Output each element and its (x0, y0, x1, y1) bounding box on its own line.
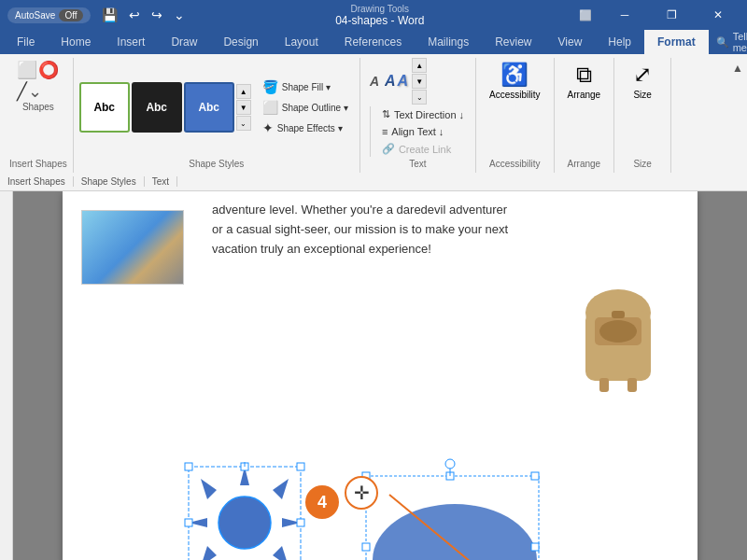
ellipse-container[interactable]: 4 ✛ (361, 457, 548, 560)
redo-icon[interactable]: ↪ (148, 6, 166, 24)
wordart-btn-A2[interactable]: A (385, 73, 396, 90)
step-badge: 4 (305, 485, 339, 519)
arrange-button[interactable]: ⧉ Arrange (560, 58, 609, 104)
svg-rect-34 (362, 543, 370, 551)
tab-home[interactable]: Home (48, 30, 104, 54)
svg-rect-6 (612, 311, 625, 318)
tab-mailings[interactable]: Mailings (415, 30, 482, 54)
wordart-row1: A A A ▲ ▼ ⌄ (366, 58, 470, 105)
undo-icon[interactable]: ↩ (125, 6, 144, 24)
wordart-scroll-more[interactable]: ⌄ (412, 90, 427, 105)
wordart-scroll-down[interactable]: ▼ (412, 74, 427, 89)
tell-me-label[interactable]: Tell me (733, 31, 747, 53)
tab-insert[interactable]: Insert (104, 30, 158, 54)
wordart-separator-label: Text (152, 176, 177, 187)
shape-effects-btn[interactable]: ✦ Shape Effects ▾ (257, 119, 354, 137)
minimize-button[interactable]: ─ (603, 0, 646, 30)
backpack-image (567, 285, 669, 397)
tab-file[interactable]: File (4, 30, 48, 54)
tab-help[interactable]: Help (595, 30, 644, 54)
sun-shape (184, 462, 305, 560)
svg-rect-35 (531, 543, 539, 551)
text-direction-btn[interactable]: ⇅ Text Direction ↓ (376, 106, 470, 122)
sun-shape-container[interactable]: ⊡ (184, 462, 305, 560)
svg-marker-15 (201, 546, 217, 560)
svg-rect-17 (185, 463, 192, 470)
tab-design[interactable]: Design (210, 30, 271, 54)
wordart-styles-col: A A A ▲ ▼ ⌄ ⇅ (366, 58, 470, 157)
collapse-icon: ▲ (732, 62, 743, 75)
shape-style-3[interactable]: Abc (184, 82, 234, 133)
accessibility-label: Accessibility (489, 90, 540, 100)
window-controls: ⬜ ─ ❐ ✕ (571, 0, 740, 30)
accessibility-icon: ♿ (500, 62, 529, 88)
svg-rect-21 (297, 519, 304, 526)
step-number: 4 (317, 493, 327, 512)
shape-styles-label: Shape Styles (189, 157, 244, 169)
wordart-scroll-up[interactable]: ▲ (412, 58, 427, 73)
ribbon-display-options[interactable]: ⬜ (571, 6, 599, 25)
title-bar-left: AutoSave Off 💾 ↩ ↪ ⌄ (7, 6, 189, 24)
tab-view[interactable]: View (545, 30, 596, 54)
search-icon[interactable]: 🔍 (716, 36, 729, 49)
svg-marker-13 (201, 479, 217, 499)
move-cursor-indicator: ✛ (345, 476, 378, 510)
more-icon[interactable]: ⌄ (170, 6, 189, 24)
svg-rect-19 (297, 463, 304, 470)
wordart-btn-A3[interactable]: A (398, 73, 409, 90)
tab-references[interactable]: References (331, 30, 415, 54)
document-area: adventure level. Whether you're a darede… (0, 191, 747, 560)
tab-format[interactable]: Format (644, 30, 709, 54)
align-text-icon: ≡ (382, 126, 388, 137)
tab-draw[interactable]: Draw (158, 30, 210, 54)
ribbon-content: ⬜ ⭕ ╱ ⌄ Shapes Insert Shapes Abc Abc Abc… (0, 54, 747, 173)
save-icon[interactable]: 💾 (98, 6, 121, 24)
wordart-text-group: A A A ▲ ▼ ⌄ ⇅ (360, 58, 476, 173)
scroll-up-btn[interactable]: ▲ (236, 84, 251, 99)
size-icon: ⤢ (633, 62, 652, 88)
accessibility-button[interactable]: ♿ Accessibility (482, 58, 547, 104)
shapes-button[interactable]: ⬜ ⭕ ╱ ⌄ Shapes (13, 58, 63, 114)
shape-style-1[interactable]: Abc (79, 82, 130, 133)
autosave-toggle[interactable]: AutoSave Off (7, 7, 91, 23)
ruler-left (0, 191, 13, 560)
document-text-area: adventure level. Whether you're a darede… (193, 201, 698, 259)
shapes-label: Shapes (22, 102, 54, 112)
size-group: ⤢ Size Size (614, 58, 671, 173)
accessibility-items: ♿ Accessibility (482, 58, 547, 157)
ribbon-separator: Insert Shapes Shape Styles Text (0, 173, 747, 191)
shape-style-2[interactable]: Abc (132, 82, 182, 133)
line-icon: ╱ (17, 81, 27, 102)
scroll-down-btn[interactable]: ▼ (236, 100, 251, 115)
shape-fill-btn[interactable]: 🪣 Shape Fill ▾ (257, 77, 354, 96)
restore-button[interactable]: ❐ (650, 0, 693, 30)
svg-rect-4 (599, 378, 609, 392)
text-controls: ⇅ Text Direction ↓ ≡ Align Text ↓ 🔗 Crea… (370, 106, 470, 157)
effects-icon: ✦ (262, 120, 274, 135)
close-button[interactable]: ✕ (697, 0, 740, 30)
tab-layout[interactable]: Layout (272, 30, 331, 54)
wordart-btn-A[interactable]: A (366, 72, 383, 91)
align-text-label: Align Text ↓ (391, 126, 444, 137)
shapes-icon: ⬜ (17, 60, 37, 80)
arrange-icon: ⧉ (576, 62, 592, 88)
link-icon: 🔗 (382, 143, 395, 155)
scroll-more-btn[interactable]: ⌄ (236, 116, 251, 131)
shape-outline-btn[interactable]: ⬜ Shape Outline ▾ (257, 98, 354, 117)
drawing-tools-label: Drawing Tools (350, 4, 409, 14)
svg-marker-16 (273, 546, 289, 560)
insert-shapes-separator-label: Insert Shapes (7, 176, 74, 187)
document-scroll[interactable]: adventure level. Whether you're a darede… (13, 191, 747, 560)
autosave-label: AutoSave (15, 10, 55, 21)
svg-point-8 (218, 497, 271, 549)
svg-point-28 (373, 504, 537, 560)
align-text-btn[interactable]: ≡ Align Text ↓ (376, 124, 470, 139)
insert-shapes-label: Insert Shapes (9, 157, 67, 169)
size-button[interactable]: ⤢ Size (620, 58, 665, 104)
tab-review[interactable]: Review (482, 30, 544, 54)
svg-point-40 (445, 459, 455, 469)
arrange-group-label: Arrange (568, 157, 601, 169)
collapse-ribbon-btn[interactable]: ▲ (728, 58, 747, 173)
autosave-state: Off (59, 9, 82, 21)
svg-point-3 (599, 320, 637, 343)
